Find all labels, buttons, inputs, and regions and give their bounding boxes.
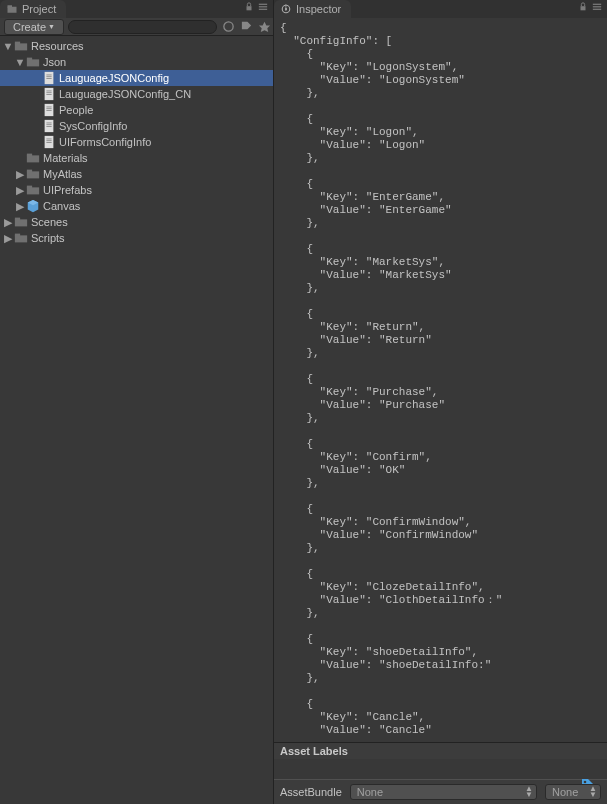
tree-item-sysconfig[interactable]: SysConfigInfo [0, 118, 273, 134]
foldout-icon[interactable]: ▶ [14, 168, 26, 180]
svg-rect-24 [46, 110, 51, 111]
filter-by-label-icon[interactable] [239, 20, 255, 34]
svg-rect-19 [46, 92, 51, 93]
svg-rect-41 [15, 235, 27, 242]
svg-rect-4 [259, 6, 267, 7]
svg-rect-10 [15, 42, 20, 45]
tree-label: Canvas [43, 200, 80, 212]
tree-item-scenes[interactable]: ▶ Scenes [0, 214, 273, 230]
svg-rect-16 [46, 78, 51, 79]
svg-rect-33 [27, 155, 39, 162]
asset-bundle-name-dropdown[interactable]: None ▲▼ [350, 784, 537, 800]
foldout-icon[interactable]: ▶ [14, 200, 26, 212]
svg-rect-31 [46, 140, 51, 141]
tree-label: SysConfigInfo [59, 120, 127, 132]
dropdown-arrow-icon: ▼ [48, 23, 55, 30]
text-asset-icon [42, 135, 56, 149]
folder-icon [14, 215, 28, 229]
lock-icon[interactable] [578, 2, 589, 13]
tree-item-resources[interactable]: ▼ Resources [0, 38, 273, 54]
svg-rect-20 [46, 94, 51, 95]
svg-rect-40 [15, 218, 20, 221]
svg-rect-36 [27, 170, 32, 173]
svg-rect-49 [593, 9, 601, 10]
search-input[interactable] [68, 20, 217, 34]
asset-labels-header: Asset Labels [274, 742, 607, 759]
folder-icon [26, 55, 40, 69]
asset-bundle-label: AssetBundle [280, 786, 342, 798]
tree-item-uiforms[interactable]: UIFormsConfigInfo [0, 134, 273, 150]
text-asset-icon [42, 119, 56, 133]
svg-rect-27 [46, 124, 51, 125]
foldout-icon[interactable]: ▼ [14, 56, 26, 68]
inspector-tab-label: Inspector [296, 3, 341, 15]
svg-rect-32 [46, 142, 51, 143]
tree-label: Scripts [31, 232, 65, 244]
panel-menu-icon[interactable] [592, 2, 603, 13]
foldout-spacer [14, 152, 26, 164]
tree-label: LauguageJSONConfig_CN [59, 88, 191, 100]
svg-rect-46 [581, 6, 586, 10]
tree-label: UIPrefabs [43, 184, 92, 196]
foldout-icon[interactable]: ▶ [2, 216, 14, 228]
inspector-icon: i [280, 3, 292, 15]
asset-bundle-row: AssetBundle None ▲▼ None ▲▼ [274, 779, 607, 804]
lock-icon[interactable] [244, 2, 255, 13]
dropdown-arrows-icon: ▲▼ [525, 786, 533, 798]
svg-rect-14 [46, 75, 51, 76]
svg-rect-3 [259, 4, 267, 5]
svg-rect-39 [15, 219, 27, 226]
tree-item-canvas[interactable]: ▶ Canvas [0, 198, 273, 214]
text-asset-icon [42, 71, 56, 85]
create-button[interactable]: Create ▼ [4, 19, 64, 35]
tree-label: Scenes [31, 216, 68, 228]
dropdown-value: None [357, 786, 383, 798]
foldout-icon[interactable]: ▶ [2, 232, 14, 244]
asset-labels-strip [274, 759, 607, 779]
text-asset-icon [42, 103, 56, 117]
tree-item-uiprefabs[interactable]: ▶ UIPrefabs [0, 182, 273, 198]
svg-rect-23 [46, 108, 51, 109]
tree-item-lauguage-cn[interactable]: LauguageJSONConfig_CN [0, 86, 273, 102]
project-tab[interactable]: Project [0, 0, 66, 18]
panel-menu-icon[interactable] [258, 2, 269, 13]
svg-rect-1 [8, 5, 13, 7]
project-tab-label: Project [22, 3, 56, 15]
project-icon [6, 3, 18, 15]
svg-rect-9 [15, 43, 27, 50]
create-label: Create [13, 21, 46, 33]
asset-bundle-variant-dropdown[interactable]: None ▲▼ [545, 784, 601, 800]
svg-rect-34 [27, 154, 32, 157]
svg-rect-15 [46, 76, 51, 77]
tree-item-lauguage[interactable]: LauguageJSONConfig [0, 70, 273, 86]
tree-label: People [59, 104, 93, 116]
tree-item-people[interactable]: People [0, 102, 273, 118]
foldout-icon[interactable]: ▶ [14, 184, 26, 196]
folder-icon [26, 151, 40, 165]
inspector-tab-bar: i Inspector [274, 0, 607, 18]
project-tree[interactable]: ▼ Resources ▼ Json LauguageJSONConfig La… [0, 36, 273, 804]
foldout-icon[interactable]: ▼ [2, 40, 14, 52]
project-tab-menu [244, 2, 269, 13]
asset-labels-title: Asset Labels [280, 745, 348, 757]
tree-label: UIFormsConfigInfo [59, 136, 151, 148]
tree-label: Materials [43, 152, 88, 164]
inspector-tab[interactable]: i Inspector [274, 0, 351, 18]
save-search-icon[interactable] [257, 20, 273, 34]
tree-item-scripts[interactable]: ▶ Scripts [0, 230, 273, 246]
svg-rect-26 [46, 123, 51, 124]
tree-item-materials[interactable]: Materials [0, 150, 273, 166]
svg-rect-37 [27, 187, 39, 194]
svg-point-50 [584, 781, 587, 784]
tree-label: Json [43, 56, 66, 68]
folder-icon [26, 167, 40, 181]
svg-rect-47 [593, 4, 601, 5]
svg-point-8 [224, 22, 233, 31]
inspector-content: { "ConfigInfo": [ { "Key": "LogonSystem"… [274, 18, 607, 742]
filter-by-type-icon[interactable] [221, 20, 237, 34]
tree-item-myatlas[interactable]: ▶ MyAtlas [0, 166, 273, 182]
dropdown-value: None [552, 786, 578, 798]
tree-item-json[interactable]: ▼ Json [0, 54, 273, 70]
svg-rect-0 [8, 7, 17, 13]
svg-rect-2 [247, 6, 252, 10]
